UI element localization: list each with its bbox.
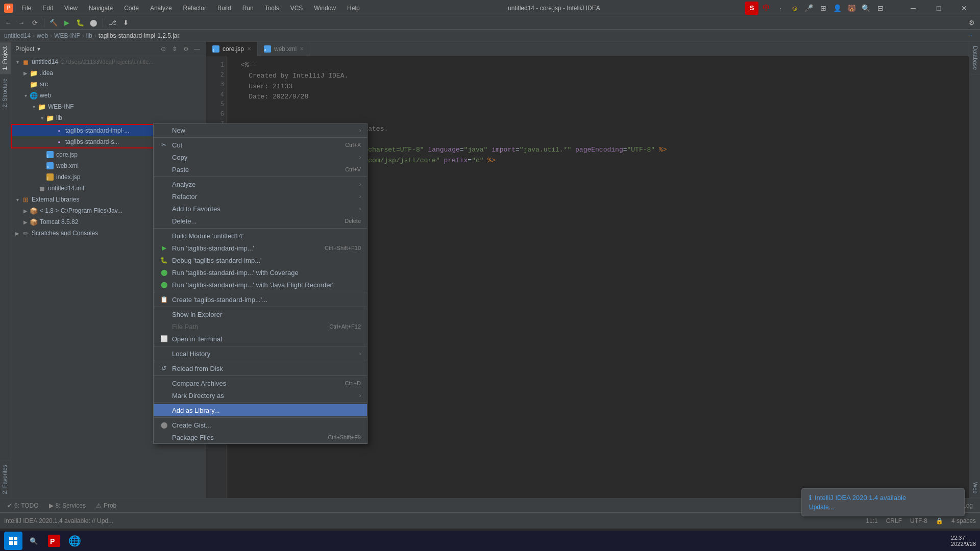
menu-code[interactable]: Code (121, 4, 142, 13)
zhong-icon[interactable]: 中 (760, 2, 773, 15)
tab-problems[interactable]: ⚠ Prob (93, 501, 119, 510)
grid-icon[interactable]: ⊞ (817, 2, 830, 15)
start-button[interactable] (4, 532, 22, 550)
ctx-open-terminal[interactable]: ⬜ Open in Terminal (154, 333, 367, 345)
ctx-compare-archives[interactable]: Compare Archives Ctrl+D (154, 377, 367, 389)
tree-item-untitled14[interactable]: ▾ ◼ untitled14 C:\Users\21133\IdeaProjec… (11, 56, 206, 67)
breadcrumb-nav-icon[interactable]: → (964, 30, 976, 42)
person-icon[interactable]: 👤 (831, 2, 844, 15)
mic-icon[interactable]: 🎤 (802, 2, 816, 15)
toolbar-update[interactable]: ⬇ (119, 17, 132, 29)
locate-icon[interactable]: ⊙ (159, 44, 168, 54)
toolbar-run[interactable]: ▶ (61, 17, 73, 29)
ctx-reload[interactable]: ↺ Reload from Disk (154, 362, 367, 374)
toolbar-icon-1[interactable]: ← (2, 17, 14, 29)
svg-rect-12 (9, 541, 13, 545)
ctx-add-favorites[interactable]: Add to Favorites › (154, 203, 367, 215)
bottom-bar-left: ✔ 6: TODO ▶ 8: Services ⚠ Prob (4, 501, 119, 510)
search2-icon[interactable]: 🔍 (860, 2, 873, 15)
ctx-run-jfr[interactable]: ⬤ Run 'taglibs-standard-imp...' with 'Ja… (154, 279, 367, 291)
ctx-package-files[interactable]: Package Files Ctrl+Shift+F9 (154, 431, 367, 443)
toolbar-icon-3[interactable]: ⟳ (29, 17, 41, 29)
ctx-run[interactable]: ▶ Run 'taglibs-standard-imp...' Ctrl+Shi… (154, 242, 367, 254)
tab-services[interactable]: ▶ 8: Services (46, 501, 89, 510)
taskbar-search[interactable]: 🔍 (24, 532, 43, 550)
code-line-5 (233, 103, 963, 113)
ctx-paste[interactable]: Paste Ctrl+V (154, 163, 367, 176)
menu-refactor[interactable]: Refactor (180, 4, 209, 13)
cursor-position[interactable]: 11:1 (866, 517, 877, 524)
expand-icon[interactable]: ⇕ (170, 44, 179, 54)
tree-item-webinf[interactable]: ▾ 📁 WEB-INF (11, 101, 206, 112)
menu-help[interactable]: Help (344, 4, 363, 13)
file-encoding[interactable]: UTF-8 (910, 517, 927, 524)
ctx-delete[interactable]: Delete... Delete (154, 215, 367, 227)
ctx-create-gist[interactable]: ⬤ Create Gist... (154, 419, 367, 431)
breadcrumb-lib[interactable]: lib (86, 32, 92, 39)
toolbar-build[interactable]: 🔨 (47, 17, 60, 29)
menu-tools[interactable]: Tools (262, 4, 282, 13)
dot-icon[interactable]: · (774, 2, 787, 15)
toolbar-settings[interactable]: ⚙ (966, 17, 978, 29)
settings-tree-icon[interactable]: ⚙ (181, 44, 190, 54)
menu-window[interactable]: Window (311, 4, 339, 13)
ctx-debug[interactable]: 🐛 Debug 'taglibs-standard-imp...' (154, 254, 367, 266)
ctx-refactor[interactable]: Refactor › (154, 190, 367, 203)
menu-vcs[interactable]: VCS (287, 4, 306, 13)
minimize-button[interactable]: ─ (901, 0, 925, 16)
toolbar-coverage[interactable]: ⬤ (87, 17, 100, 29)
ctx-mark-dir[interactable]: Mark Directory as › (154, 389, 367, 402)
ctx-local-history[interactable]: Local History › (154, 347, 367, 360)
tab-todo[interactable]: ✔ 6: TODO (4, 501, 42, 510)
menu-view[interactable]: View (61, 4, 81, 13)
toolbar-icon-2[interactable]: → (15, 17, 28, 29)
toolbar-debug[interactable]: 🐛 (74, 17, 86, 29)
ctx-copy[interactable]: Copy › (154, 151, 367, 163)
breadcrumb-web[interactable]: web (37, 32, 48, 39)
smiley-icon[interactable]: ☺ (788, 2, 801, 15)
menu-file[interactable]: File (18, 4, 34, 13)
ctx-analyze[interactable]: Analyze › (154, 178, 367, 190)
menu-build[interactable]: Build (214, 4, 234, 13)
tree-item-src[interactable]: ▶ 📁 src (11, 79, 206, 90)
menu-edit[interactable]: Edit (39, 4, 56, 13)
tree-item-web[interactable]: ▾ 🌐 web (11, 90, 206, 101)
indent-setting[interactable]: 4 spaces (951, 517, 976, 524)
ctx-create[interactable]: 📋 Create 'taglibs-standard-imp...'... (154, 293, 367, 306)
ctx-cut[interactable]: ✂ Cut Ctrl+X (154, 139, 367, 151)
ctx-show-explorer[interactable]: Show in Explorer (154, 308, 367, 320)
tab-corejsp[interactable]: j core.jsp ✕ (206, 42, 258, 56)
line-ending[interactable]: CRLF (886, 517, 902, 524)
sougou-icon[interactable]: S (745, 2, 758, 15)
close-button[interactable]: ✕ (952, 0, 976, 16)
tab-webxml[interactable]: x web.xml ✕ (258, 42, 310, 56)
notification-update-link[interactable]: Update... (809, 504, 957, 511)
breadcrumb-webinf[interactable]: WEB-INF (54, 32, 80, 39)
hide-panel-icon[interactable]: — (192, 44, 202, 54)
menu-navigate[interactable]: Navigate (86, 4, 116, 13)
tab-web[interactable]: Web (969, 478, 980, 498)
tab-database[interactable]: Database (969, 42, 980, 74)
taskbar-app1[interactable]: P (45, 532, 63, 550)
tab-project[interactable]: 1: Project (0, 42, 11, 74)
ctx-run-coverage[interactable]: ⬤ Run 'taglibs-standard-imp...' with Cov… (154, 266, 367, 279)
breadcrumb-untitled14[interactable]: untitled14 (4, 32, 31, 39)
plugin-icons: S 中 · ☺ 🎤 ⊞ 👤 🐻 🔍 ⊟ (745, 2, 887, 15)
maximize-button[interactable]: □ (927, 0, 950, 16)
close-corejsp[interactable]: ✕ (247, 46, 251, 52)
tree-item-idea[interactable]: ▶ 📁 .idea (11, 67, 206, 79)
taskbar-app2[interactable]: 🌐 (65, 532, 84, 550)
tree-item-lib[interactable]: ▾ 📁 lib (11, 112, 206, 123)
layout-icon[interactable]: ⊟ (874, 2, 887, 15)
menu-analyze[interactable]: Analyze (147, 4, 175, 13)
bear-icon[interactable]: 🐻 (845, 2, 859, 15)
ctx-add-library[interactable]: Add as Library... (154, 404, 367, 416)
ctx-new[interactable]: New › (154, 124, 367, 136)
toolbar-git[interactable]: ⎇ (106, 17, 118, 29)
close-webxml[interactable]: ✕ (300, 46, 304, 52)
breadcrumb-jar[interactable]: taglibs-standard-impl-1.2.5.jar (99, 32, 180, 39)
tab-favorites[interactable]: 2: Favorites (0, 460, 11, 498)
menu-run[interactable]: Run (239, 4, 257, 13)
ctx-build-module[interactable]: Build Module 'untitled14' (154, 230, 367, 242)
tab-structure[interactable]: 2: Structure (0, 74, 11, 112)
